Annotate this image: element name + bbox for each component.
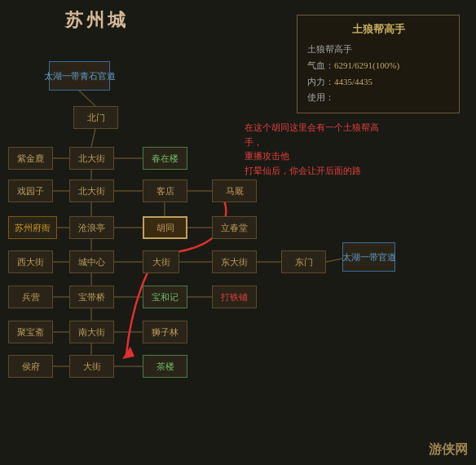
map-node-dongmen[interactable]: 东门 [281, 250, 326, 273]
map-node-xidajie[interactable]: 西大街 [8, 250, 53, 273]
svg-marker-29 [122, 347, 134, 359]
info-panel-title: 土狼帮高手 [307, 22, 449, 37]
map-node-jububao[interactable]: 聚宝斋 [8, 321, 53, 343]
map-node-beimen[interactable]: 北门 [73, 106, 118, 129]
map-node-zijinlu[interactable]: 紫金鹿 [8, 147, 53, 170]
map-node-chengzhongxin[interactable]: 城中心 [69, 250, 114, 273]
map-node-beidajie2[interactable]: 北大街 [69, 179, 114, 202]
map-node-anqiao[interactable]: 宝带桥 [69, 286, 114, 308]
map-node-dongdajie[interactable]: 东大街 [212, 250, 257, 273]
svg-line-0 [79, 91, 95, 106]
svg-line-1 [91, 129, 95, 147]
map-node-nandajie[interactable]: 南大街 [69, 321, 114, 343]
map-node-beidajie1[interactable]: 北大街 [69, 147, 114, 170]
map-node-mawu[interactable]: 马厩 [212, 179, 257, 202]
map-area: 太湖一带青石官道北门紫金鹿北大街春在楼戏园子北大街客店马厩苏州府衙沧浪亭胡同立春… [0, 45, 476, 465]
map-node-shizi_lin[interactable]: 狮子林 [143, 321, 187, 343]
page-title: 苏州城 [65, 8, 129, 33]
map-node-houfu[interactable]: 侯府 [8, 355, 53, 378]
map-node-baoheji[interactable]: 宝和记 [143, 286, 187, 308]
map-node-chunzailou[interactable]: 春在楼 [143, 147, 187, 170]
map-node-taihu1[interactable]: 太湖一带青石官道 [49, 61, 110, 91]
map-node-chahualou[interactable]: 茶楼 [143, 355, 187, 378]
map-node-datiepu[interactable]: 打铁铺 [212, 286, 257, 308]
map-node-binying[interactable]: 兵营 [8, 286, 53, 308]
map-node-canglangting[interactable]: 沧浪亭 [69, 216, 114, 239]
svg-line-17 [326, 259, 342, 262]
map-node-dajie_mid[interactable]: 大街 [143, 250, 179, 273]
annotation-text: 在这个胡同这里会有一个土狼帮高手，重播攻击他打晕仙后，你会让开后面的路 [245, 121, 391, 178]
map-node-lichuntang[interactable]: 立春堂 [212, 216, 257, 239]
map-node-hutong[interactable]: 胡同 [143, 216, 187, 239]
watermark: 游侠网 [429, 441, 468, 458]
map-node-taihu2[interactable]: 太湖一带官道 [342, 242, 395, 272]
map-node-ndajie2[interactable]: 大街 [69, 355, 114, 378]
map-node-suzhoufuguan[interactable]: 苏州府衙 [8, 216, 57, 239]
map-node-xiyuanzi[interactable]: 戏园子 [8, 179, 53, 202]
map-node-kedian[interactable]: 客店 [143, 179, 187, 202]
